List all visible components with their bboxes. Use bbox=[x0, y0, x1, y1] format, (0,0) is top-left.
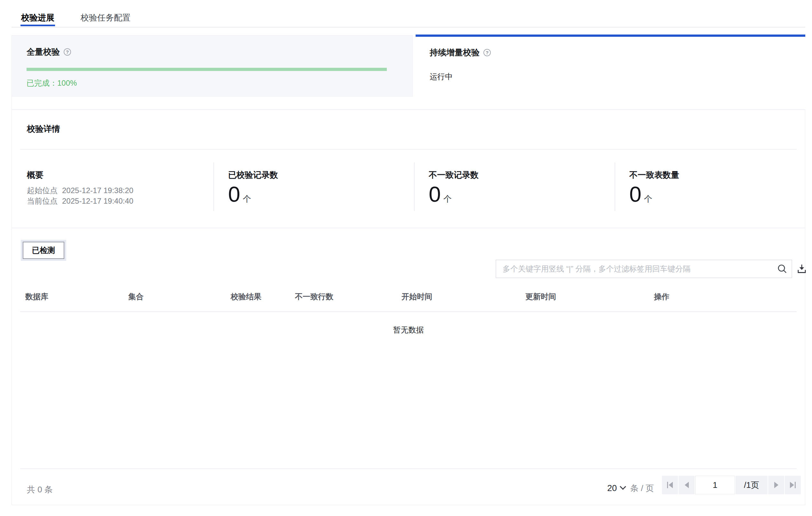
validation-progress-page: 校验进展 校验任务配置 全量校验 已完成：100% 持续增量校验 运行中 校验详… bbox=[0, 0, 812, 516]
help-icon[interactable] bbox=[64, 48, 71, 56]
first-page-icon bbox=[667, 482, 668, 488]
detail-section-title: 校验详情 bbox=[27, 123, 60, 134]
detected-filter-button[interactable]: 已检测 bbox=[23, 242, 64, 259]
search-input[interactable] bbox=[503, 264, 777, 273]
footer-divider bbox=[20, 468, 796, 469]
full-check-progress-label: 已完成：100% bbox=[27, 78, 398, 88]
last-page-icon bbox=[790, 482, 794, 488]
next-page-button[interactable] bbox=[768, 476, 784, 494]
stat-value: 0 bbox=[228, 182, 240, 206]
pagination: /1页 bbox=[662, 476, 801, 494]
search-icon[interactable] bbox=[777, 264, 788, 274]
tab-bar: 校验进展 校验任务配置 bbox=[21, 12, 130, 23]
full-check-title: 全量校验 bbox=[27, 47, 60, 58]
stat-label: 不一致记录数 bbox=[429, 170, 615, 181]
page-total-label: /1页 bbox=[735, 476, 767, 494]
summary-column: 概要 起始位点2025-12-17 19:38:20 当前位点2025-12-1… bbox=[12, 162, 214, 211]
stat-value: 0 bbox=[629, 182, 641, 206]
next-page-icon bbox=[774, 482, 778, 488]
stat-label: 不一致表数量 bbox=[629, 170, 805, 181]
column-header-database[interactable]: 数据库 bbox=[25, 292, 48, 302]
tab-check-task-config[interactable]: 校验任务配置 bbox=[81, 12, 130, 23]
column-header-update-time[interactable]: 更新时间 bbox=[525, 292, 556, 302]
detected-filter-wrapper: 已检测 bbox=[21, 240, 66, 261]
page-size-unit: 条 / 页 bbox=[630, 483, 654, 494]
stat-unit: 个 bbox=[243, 193, 251, 205]
incremental-check-status: 运行中 bbox=[430, 71, 791, 82]
stat-unit: 个 bbox=[644, 193, 652, 205]
panels-section-divider bbox=[11, 109, 805, 110]
stat-value-row: 0 个 bbox=[429, 182, 615, 206]
tabs-divider bbox=[11, 27, 805, 28]
table-header-divider bbox=[20, 311, 796, 312]
prev-page-button[interactable] bbox=[678, 476, 695, 494]
current-position-value: 2025-12-17 19:40:40 bbox=[62, 196, 134, 205]
inconsistent-tables-stat: 不一致表数量 0 个 bbox=[615, 162, 805, 211]
start-position-key: 起始位点 bbox=[27, 186, 58, 195]
first-page-button[interactable] bbox=[662, 476, 678, 494]
help-icon[interactable] bbox=[484, 49, 491, 56]
incremental-check-panel: 持续增量校验 运行中 bbox=[415, 34, 805, 109]
stat-label: 已校验记录数 bbox=[228, 170, 414, 181]
prev-page-icon bbox=[685, 482, 689, 488]
chevron-down-icon bbox=[620, 483, 626, 490]
detail-title-divider bbox=[20, 149, 796, 150]
column-header-inconsistent-rows[interactable]: 不一致行数 bbox=[295, 292, 334, 302]
stat-value: 0 bbox=[429, 182, 441, 206]
full-check-title-row: 全量校验 bbox=[27, 47, 398, 58]
table-empty-text: 暂无数据 bbox=[12, 320, 805, 339]
incremental-check-title: 持续增量校验 bbox=[430, 47, 480, 58]
stat-unit: 个 bbox=[443, 193, 452, 205]
full-check-progress-bar bbox=[27, 68, 387, 71]
full-check-panel: 全量校验 已完成：100% bbox=[11, 35, 413, 96]
column-header-check-result[interactable]: 校验结果 bbox=[231, 292, 261, 302]
start-position-value: 2025-12-17 19:38:20 bbox=[62, 186, 134, 195]
incremental-check-title-row: 持续增量校验 bbox=[430, 47, 791, 58]
inconsistent-records-stat: 不一致记录数 0 个 bbox=[415, 162, 615, 211]
progress-fill bbox=[27, 68, 387, 71]
start-position-row: 起始位点2025-12-17 19:38:20 bbox=[27, 185, 213, 196]
total-count-text: 共 0 条 bbox=[27, 484, 53, 495]
column-header-actions: 操作 bbox=[654, 292, 669, 302]
summary-label: 概要 bbox=[27, 170, 213, 181]
search-box bbox=[496, 260, 792, 278]
stats-row: 概要 起始位点2025-12-17 19:38:20 当前位点2025-12-1… bbox=[12, 162, 805, 211]
page-size-select[interactable]: 20 条 / 页 bbox=[607, 483, 654, 494]
last-page-button[interactable] bbox=[785, 476, 801, 494]
checked-records-stat: 已校验记录数 0 个 bbox=[214, 162, 415, 211]
current-position-key: 当前位点 bbox=[27, 196, 58, 205]
column-header-start-time[interactable]: 开始时间 bbox=[402, 292, 432, 302]
current-position-row: 当前位点2025-12-17 19:40:40 bbox=[27, 196, 213, 206]
column-header-collection[interactable]: 集合 bbox=[128, 292, 144, 302]
stats-section-divider bbox=[12, 227, 805, 228]
content-card: 全量校验 已完成：100% 持续增量校验 运行中 校验详情 概要 起始位点 bbox=[11, 35, 805, 505]
stat-value-row: 0 个 bbox=[228, 182, 414, 206]
download-icon[interactable] bbox=[794, 262, 809, 277]
tab-check-progress[interactable]: 校验进展 bbox=[21, 12, 54, 23]
stat-value-row: 0 个 bbox=[629, 182, 805, 206]
page-size-value[interactable]: 20 bbox=[607, 483, 617, 493]
page-input[interactable] bbox=[695, 476, 735, 494]
